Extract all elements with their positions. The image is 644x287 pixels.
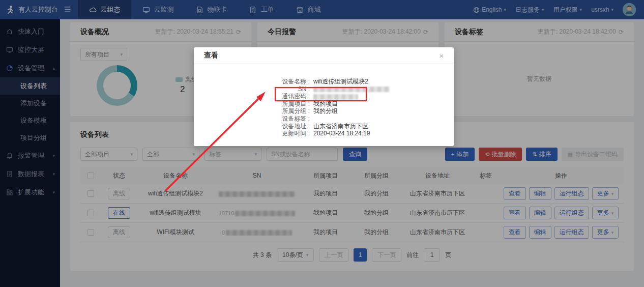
field-label: 设备地址 : (194, 123, 310, 130)
modal-title: 查看 (204, 51, 218, 60)
project-value: 我的项目 (313, 100, 338, 108)
field-label: 通讯密码 : (194, 93, 310, 100)
address-value: 山东省济南市历下区 (313, 123, 368, 130)
field-label: 更新时间 : (194, 130, 310, 137)
group-value: 我的分组 (313, 107, 338, 115)
field-label: 设备标签 : (194, 115, 310, 123)
field-label: 所属项目 : (194, 100, 310, 108)
field-label: 设备名称 : (194, 78, 310, 85)
field-label: 所属分组 : (194, 107, 310, 115)
comm-password-redacted (313, 93, 358, 100)
field-label: SN : (194, 85, 310, 93)
view-device-modal: 查看 × 设备名称 :wifi透传组测试模块2 SN : 通讯密码 : 所属项目… (194, 47, 454, 146)
close-icon[interactable]: × (439, 51, 444, 60)
device-name-value: wifi透传组测试模块2 (313, 78, 368, 85)
update-time-value: 2020-03-24 18:24:19 (313, 130, 370, 137)
sn-value-redacted (313, 85, 390, 93)
